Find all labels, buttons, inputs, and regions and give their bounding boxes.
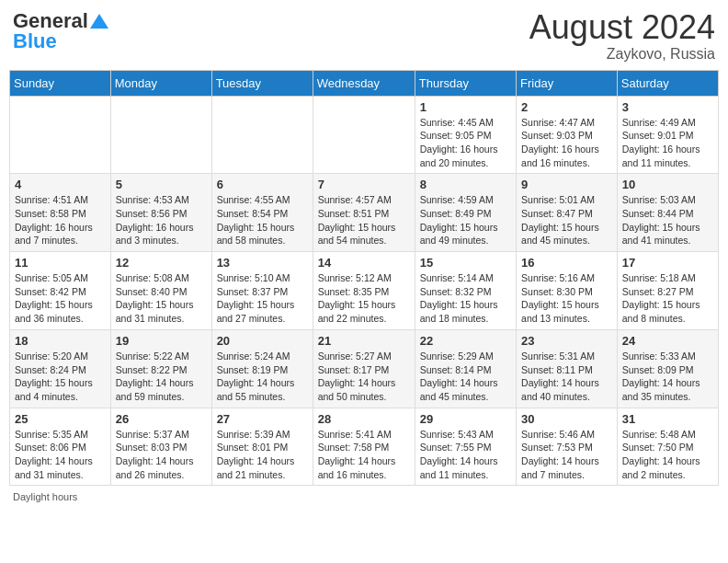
calendar-cell: 30Sunrise: 5:46 AM Sunset: 7:53 PM Dayli… [517, 408, 618, 486]
calendar-day-header: Tuesday [211, 70, 313, 96]
day-number: 14 [318, 256, 410, 270]
calendar-cell: 28Sunrise: 5:41 AM Sunset: 7:58 PM Dayli… [313, 408, 415, 486]
day-number: 27 [217, 412, 308, 426]
calendar-cell: 13Sunrise: 5:10 AM Sunset: 8:37 PM Dayli… [211, 252, 313, 330]
calendar-cell: 14Sunrise: 5:12 AM Sunset: 8:35 PM Dayli… [313, 252, 415, 330]
calendar-cell: 19Sunrise: 5:22 AM Sunset: 8:22 PM Dayli… [110, 329, 211, 408]
day-info: Sunrise: 5:29 AM Sunset: 8:14 PM Dayligh… [420, 350, 511, 404]
day-number: 22 [420, 334, 511, 348]
day-info: Sunrise: 4:57 AM Sunset: 8:51 PM Dayligh… [318, 193, 410, 247]
logo: General Blue [13, 9, 108, 53]
calendar-day-header: Thursday [415, 70, 516, 96]
calendar-cell [211, 96, 313, 174]
day-number: 1 [420, 100, 511, 114]
day-number: 11 [15, 256, 106, 270]
day-number: 29 [420, 412, 511, 426]
day-info: Sunrise: 5:37 AM Sunset: 8:03 PM Dayligh… [116, 428, 207, 482]
day-number: 30 [521, 412, 612, 426]
day-info: Sunrise: 5:03 AM Sunset: 8:44 PM Dayligh… [622, 193, 713, 247]
calendar-cell: 10Sunrise: 5:03 AM Sunset: 8:44 PM Dayli… [617, 174, 718, 252]
calendar-cell: 1Sunrise: 4:45 AM Sunset: 9:05 PM Daylig… [415, 96, 516, 174]
day-info: Sunrise: 4:51 AM Sunset: 8:58 PM Dayligh… [15, 193, 106, 247]
day-number: 31 [622, 412, 713, 426]
day-number: 25 [15, 412, 106, 426]
calendar-day-header: Saturday [617, 70, 718, 96]
day-number: 12 [116, 256, 207, 270]
calendar-cell: 27Sunrise: 5:39 AM Sunset: 8:01 PM Dayli… [211, 408, 313, 486]
day-info: Sunrise: 5:05 AM Sunset: 8:42 PM Dayligh… [15, 271, 106, 326]
logo-icon [90, 14, 108, 29]
day-info: Sunrise: 4:55 AM Sunset: 8:54 PM Dayligh… [217, 193, 308, 247]
day-info: Sunrise: 4:49 AM Sunset: 9:01 PM Dayligh… [622, 116, 713, 170]
calendar-cell: 26Sunrise: 5:37 AM Sunset: 8:03 PM Dayli… [110, 408, 211, 486]
day-number: 13 [217, 256, 308, 270]
day-number: 9 [521, 178, 612, 191]
calendar-cell: 23Sunrise: 5:31 AM Sunset: 8:11 PM Dayli… [517, 329, 618, 408]
calendar-cell: 18Sunrise: 5:20 AM Sunset: 8:24 PM Dayli… [10, 329, 111, 408]
calendar-header-row: SundayMondayTuesdayWednesdayThursdayFrid… [10, 70, 719, 96]
calendar-day-header: Monday [110, 70, 211, 96]
calendar-day-header: Wednesday [313, 70, 415, 96]
calendar-week-row: 18Sunrise: 5:20 AM Sunset: 8:24 PM Dayli… [10, 329, 719, 408]
day-info: Sunrise: 5:39 AM Sunset: 8:01 PM Dayligh… [217, 428, 308, 482]
day-number: 26 [116, 412, 207, 426]
day-number: 16 [521, 256, 612, 270]
calendar-cell: 7Sunrise: 4:57 AM Sunset: 8:51 PM Daylig… [313, 174, 415, 252]
day-info: Sunrise: 5:41 AM Sunset: 7:58 PM Dayligh… [318, 428, 410, 482]
calendar-day-header: Friday [517, 70, 618, 96]
calendar-cell: 17Sunrise: 5:18 AM Sunset: 8:27 PM Dayli… [617, 252, 718, 330]
day-number: 4 [15, 178, 106, 191]
month-year: August 2024 [529, 9, 715, 46]
day-number: 8 [420, 178, 511, 191]
calendar-week-row: 25Sunrise: 5:35 AM Sunset: 8:06 PM Dayli… [10, 408, 719, 486]
day-info: Sunrise: 5:14 AM Sunset: 8:32 PM Dayligh… [420, 271, 511, 326]
calendar-week-row: 4Sunrise: 4:51 AM Sunset: 8:58 PM Daylig… [10, 174, 719, 252]
calendar-cell: 6Sunrise: 4:55 AM Sunset: 8:54 PM Daylig… [211, 174, 313, 252]
day-info: Sunrise: 5:31 AM Sunset: 8:11 PM Dayligh… [521, 350, 612, 404]
day-info: Sunrise: 5:18 AM Sunset: 8:27 PM Dayligh… [622, 271, 713, 326]
day-info: Sunrise: 5:35 AM Sunset: 8:06 PM Dayligh… [15, 428, 106, 482]
day-info: Sunrise: 5:33 AM Sunset: 8:09 PM Dayligh… [622, 350, 713, 404]
calendar-cell: 24Sunrise: 5:33 AM Sunset: 8:09 PM Dayli… [617, 329, 718, 408]
day-info: Sunrise: 4:45 AM Sunset: 9:05 PM Dayligh… [420, 116, 511, 170]
calendar-cell: 31Sunrise: 5:48 AM Sunset: 7:50 PM Dayli… [617, 408, 718, 486]
day-number: 19 [116, 334, 207, 348]
calendar-cell: 2Sunrise: 4:47 AM Sunset: 9:03 PM Daylig… [517, 96, 618, 174]
calendar-cell: 16Sunrise: 5:16 AM Sunset: 8:30 PM Dayli… [517, 252, 618, 330]
calendar-table: SundayMondayTuesdayWednesdayThursdayFrid… [9, 70, 719, 487]
day-info: Sunrise: 5:27 AM Sunset: 8:17 PM Dayligh… [318, 350, 410, 404]
calendar-cell [10, 96, 111, 174]
day-info: Sunrise: 4:53 AM Sunset: 8:56 PM Dayligh… [116, 193, 207, 247]
day-number: 6 [217, 178, 308, 191]
day-number: 17 [622, 256, 713, 270]
day-info: Sunrise: 5:20 AM Sunset: 8:24 PM Dayligh… [15, 350, 106, 404]
calendar-week-row: 11Sunrise: 5:05 AM Sunset: 8:42 PM Dayli… [10, 252, 719, 330]
calendar-cell [110, 96, 211, 174]
day-number: 18 [15, 334, 106, 348]
day-number: 21 [318, 334, 410, 348]
calendar-cell: 4Sunrise: 4:51 AM Sunset: 8:58 PM Daylig… [10, 174, 111, 252]
svg-marker-0 [90, 14, 108, 29]
day-number: 20 [217, 334, 308, 348]
title-block: August 2024 Zaykovo, Russia [529, 9, 715, 63]
footer: Daylight hours [9, 491, 719, 502]
calendar-week-row: 1Sunrise: 4:45 AM Sunset: 9:05 PM Daylig… [10, 96, 719, 174]
page-header: General Blue August 2024 Zaykovo, Russia [9, 9, 719, 63]
day-info: Sunrise: 5:12 AM Sunset: 8:35 PM Dayligh… [318, 271, 410, 326]
calendar-cell: 29Sunrise: 5:43 AM Sunset: 7:55 PM Dayli… [415, 408, 516, 486]
calendar-cell [313, 96, 415, 174]
day-number: 7 [318, 178, 410, 191]
day-number: 10 [622, 178, 713, 191]
calendar-cell: 3Sunrise: 4:49 AM Sunset: 9:01 PM Daylig… [617, 96, 718, 174]
day-info: Sunrise: 4:47 AM Sunset: 9:03 PM Dayligh… [521, 116, 612, 170]
calendar-day-header: Sunday [10, 70, 111, 96]
day-info: Sunrise: 5:01 AM Sunset: 8:47 PM Dayligh… [521, 193, 612, 247]
calendar-cell: 5Sunrise: 4:53 AM Sunset: 8:56 PM Daylig… [110, 174, 211, 252]
location: Zaykovo, Russia [529, 46, 715, 63]
day-info: Sunrise: 5:24 AM Sunset: 8:19 PM Dayligh… [217, 350, 308, 404]
logo-blue: Blue [13, 29, 57, 53]
calendar-cell: 15Sunrise: 5:14 AM Sunset: 8:32 PM Dayli… [415, 252, 516, 330]
calendar-cell: 12Sunrise: 5:08 AM Sunset: 8:40 PM Dayli… [110, 252, 211, 330]
calendar-cell: 21Sunrise: 5:27 AM Sunset: 8:17 PM Dayli… [313, 329, 415, 408]
day-info: Sunrise: 5:48 AM Sunset: 7:50 PM Dayligh… [622, 428, 713, 482]
